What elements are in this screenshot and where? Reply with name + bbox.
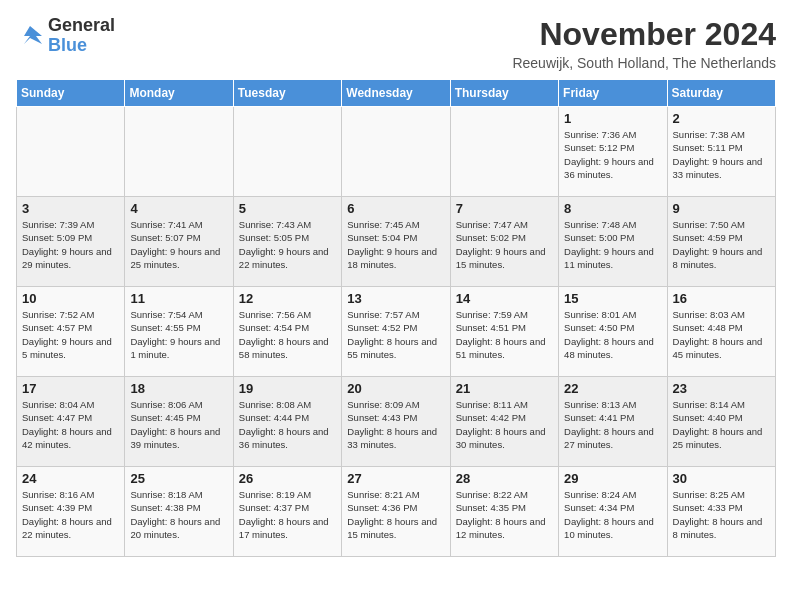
weekday-header: Wednesday: [342, 80, 450, 107]
month-title: November 2024: [512, 16, 776, 53]
day-info: Sunrise: 8:06 AM Sunset: 4:45 PM Dayligh…: [130, 398, 227, 451]
day-number: 9: [673, 201, 770, 216]
weekday-header: Friday: [559, 80, 667, 107]
calendar-cell: 25Sunrise: 8:18 AM Sunset: 4:38 PM Dayli…: [125, 467, 233, 557]
calendar-cell: 19Sunrise: 8:08 AM Sunset: 4:44 PM Dayli…: [233, 377, 341, 467]
day-number: 5: [239, 201, 336, 216]
calendar-cell: 14Sunrise: 7:59 AM Sunset: 4:51 PM Dayli…: [450, 287, 558, 377]
day-info: Sunrise: 7:57 AM Sunset: 4:52 PM Dayligh…: [347, 308, 444, 361]
calendar-cell: 28Sunrise: 8:22 AM Sunset: 4:35 PM Dayli…: [450, 467, 558, 557]
calendar-table: SundayMondayTuesdayWednesdayThursdayFrid…: [16, 79, 776, 557]
calendar-cell: 7Sunrise: 7:47 AM Sunset: 5:02 PM Daylig…: [450, 197, 558, 287]
day-number: 16: [673, 291, 770, 306]
calendar-cell: 22Sunrise: 8:13 AM Sunset: 4:41 PM Dayli…: [559, 377, 667, 467]
day-number: 19: [239, 381, 336, 396]
calendar-cell: 16Sunrise: 8:03 AM Sunset: 4:48 PM Dayli…: [667, 287, 775, 377]
page-header: General Blue November 2024 Reeuwijk, Sou…: [16, 16, 776, 71]
calendar-cell: 30Sunrise: 8:25 AM Sunset: 4:33 PM Dayli…: [667, 467, 775, 557]
calendar-cell: 24Sunrise: 8:16 AM Sunset: 4:39 PM Dayli…: [17, 467, 125, 557]
day-number: 3: [22, 201, 119, 216]
calendar-cell: 3Sunrise: 7:39 AM Sunset: 5:09 PM Daylig…: [17, 197, 125, 287]
day-number: 20: [347, 381, 444, 396]
calendar-cell: 29Sunrise: 8:24 AM Sunset: 4:34 PM Dayli…: [559, 467, 667, 557]
day-info: Sunrise: 7:52 AM Sunset: 4:57 PM Dayligh…: [22, 308, 119, 361]
day-number: 23: [673, 381, 770, 396]
day-number: 22: [564, 381, 661, 396]
calendar-week-row: 17Sunrise: 8:04 AM Sunset: 4:47 PM Dayli…: [17, 377, 776, 467]
calendar-cell: 17Sunrise: 8:04 AM Sunset: 4:47 PM Dayli…: [17, 377, 125, 467]
day-info: Sunrise: 8:09 AM Sunset: 4:43 PM Dayligh…: [347, 398, 444, 451]
logo-text: General Blue: [48, 16, 115, 56]
calendar-cell: 4Sunrise: 7:41 AM Sunset: 5:07 PM Daylig…: [125, 197, 233, 287]
day-info: Sunrise: 7:43 AM Sunset: 5:05 PM Dayligh…: [239, 218, 336, 271]
calendar-cell: 23Sunrise: 8:14 AM Sunset: 4:40 PM Dayli…: [667, 377, 775, 467]
day-number: 6: [347, 201, 444, 216]
calendar-cell: [233, 107, 341, 197]
title-area: November 2024 Reeuwijk, South Holland, T…: [512, 16, 776, 71]
location-subtitle: Reeuwijk, South Holland, The Netherlands: [512, 55, 776, 71]
day-info: Sunrise: 7:39 AM Sunset: 5:09 PM Dayligh…: [22, 218, 119, 271]
day-info: Sunrise: 8:22 AM Sunset: 4:35 PM Dayligh…: [456, 488, 553, 541]
svg-marker-0: [24, 26, 42, 44]
day-info: Sunrise: 8:18 AM Sunset: 4:38 PM Dayligh…: [130, 488, 227, 541]
day-number: 29: [564, 471, 661, 486]
calendar-cell: 27Sunrise: 8:21 AM Sunset: 4:36 PM Dayli…: [342, 467, 450, 557]
calendar-cell: 18Sunrise: 8:06 AM Sunset: 4:45 PM Dayli…: [125, 377, 233, 467]
day-number: 10: [22, 291, 119, 306]
calendar-cell: 20Sunrise: 8:09 AM Sunset: 4:43 PM Dayli…: [342, 377, 450, 467]
weekday-header: Saturday: [667, 80, 775, 107]
day-number: 15: [564, 291, 661, 306]
calendar-cell: 12Sunrise: 7:56 AM Sunset: 4:54 PM Dayli…: [233, 287, 341, 377]
calendar-body: 1Sunrise: 7:36 AM Sunset: 5:12 PM Daylig…: [17, 107, 776, 557]
day-number: 2: [673, 111, 770, 126]
day-number: 8: [564, 201, 661, 216]
day-number: 1: [564, 111, 661, 126]
day-number: 24: [22, 471, 119, 486]
day-info: Sunrise: 7:59 AM Sunset: 4:51 PM Dayligh…: [456, 308, 553, 361]
day-info: Sunrise: 7:47 AM Sunset: 5:02 PM Dayligh…: [456, 218, 553, 271]
logo-general: General: [48, 16, 115, 36]
calendar-week-row: 24Sunrise: 8:16 AM Sunset: 4:39 PM Dayli…: [17, 467, 776, 557]
day-number: 27: [347, 471, 444, 486]
calendar-week-row: 1Sunrise: 7:36 AM Sunset: 5:12 PM Daylig…: [17, 107, 776, 197]
day-info: Sunrise: 8:25 AM Sunset: 4:33 PM Dayligh…: [673, 488, 770, 541]
day-number: 18: [130, 381, 227, 396]
calendar-cell: 9Sunrise: 7:50 AM Sunset: 4:59 PM Daylig…: [667, 197, 775, 287]
day-info: Sunrise: 7:36 AM Sunset: 5:12 PM Dayligh…: [564, 128, 661, 181]
day-number: 21: [456, 381, 553, 396]
calendar-week-row: 3Sunrise: 7:39 AM Sunset: 5:09 PM Daylig…: [17, 197, 776, 287]
day-number: 13: [347, 291, 444, 306]
calendar-cell: [125, 107, 233, 197]
weekday-row: SundayMondayTuesdayWednesdayThursdayFrid…: [17, 80, 776, 107]
calendar-cell: 15Sunrise: 8:01 AM Sunset: 4:50 PM Dayli…: [559, 287, 667, 377]
calendar-cell: 11Sunrise: 7:54 AM Sunset: 4:55 PM Dayli…: [125, 287, 233, 377]
calendar-cell: 26Sunrise: 8:19 AM Sunset: 4:37 PM Dayli…: [233, 467, 341, 557]
calendar-cell: 5Sunrise: 7:43 AM Sunset: 5:05 PM Daylig…: [233, 197, 341, 287]
day-number: 26: [239, 471, 336, 486]
day-info: Sunrise: 8:03 AM Sunset: 4:48 PM Dayligh…: [673, 308, 770, 361]
weekday-header: Tuesday: [233, 80, 341, 107]
day-info: Sunrise: 8:16 AM Sunset: 4:39 PM Dayligh…: [22, 488, 119, 541]
day-info: Sunrise: 8:14 AM Sunset: 4:40 PM Dayligh…: [673, 398, 770, 451]
day-info: Sunrise: 7:54 AM Sunset: 4:55 PM Dayligh…: [130, 308, 227, 361]
calendar-cell: [450, 107, 558, 197]
day-info: Sunrise: 8:01 AM Sunset: 4:50 PM Dayligh…: [564, 308, 661, 361]
day-number: 28: [456, 471, 553, 486]
calendar-cell: 6Sunrise: 7:45 AM Sunset: 5:04 PM Daylig…: [342, 197, 450, 287]
calendar-cell: [342, 107, 450, 197]
weekday-header: Sunday: [17, 80, 125, 107]
day-info: Sunrise: 7:48 AM Sunset: 5:00 PM Dayligh…: [564, 218, 661, 271]
day-info: Sunrise: 7:45 AM Sunset: 5:04 PM Dayligh…: [347, 218, 444, 271]
calendar-cell: [17, 107, 125, 197]
day-info: Sunrise: 8:19 AM Sunset: 4:37 PM Dayligh…: [239, 488, 336, 541]
day-info: Sunrise: 7:41 AM Sunset: 5:07 PM Dayligh…: [130, 218, 227, 271]
calendar-cell: 21Sunrise: 8:11 AM Sunset: 4:42 PM Dayli…: [450, 377, 558, 467]
day-number: 12: [239, 291, 336, 306]
day-info: Sunrise: 7:38 AM Sunset: 5:11 PM Dayligh…: [673, 128, 770, 181]
calendar-cell: 10Sunrise: 7:52 AM Sunset: 4:57 PM Dayli…: [17, 287, 125, 377]
calendar-cell: 1Sunrise: 7:36 AM Sunset: 5:12 PM Daylig…: [559, 107, 667, 197]
day-info: Sunrise: 7:56 AM Sunset: 4:54 PM Dayligh…: [239, 308, 336, 361]
day-info: Sunrise: 8:13 AM Sunset: 4:41 PM Dayligh…: [564, 398, 661, 451]
weekday-header: Thursday: [450, 80, 558, 107]
day-number: 4: [130, 201, 227, 216]
